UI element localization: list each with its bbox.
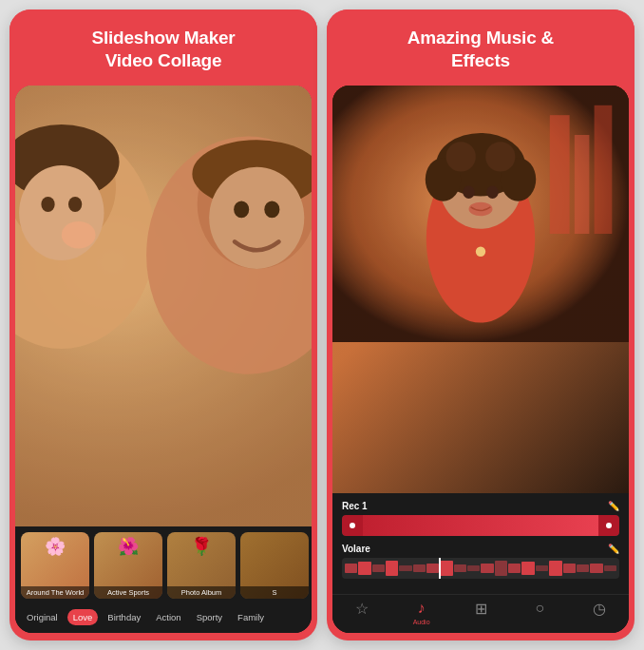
thumbnail-label: S bbox=[240, 586, 309, 599]
filter-tab-love[interactable]: Love bbox=[67, 609, 99, 625]
waveform-line bbox=[508, 564, 521, 574]
audio-icon: ♪ bbox=[418, 600, 426, 617]
filter-tab-original[interactable]: Original bbox=[21, 609, 64, 625]
circle-icon: ○ bbox=[536, 600, 545, 617]
right-phone-screen: Rec 1 ✏️ V bbox=[332, 86, 629, 634]
thumbnail-photo-album[interactable]: 🌹 Photo Album bbox=[167, 532, 236, 599]
thumbnail-label: Active Sports bbox=[94, 586, 162, 599]
dot-left bbox=[350, 523, 355, 528]
audio-track-rec1: Rec 1 ✏️ bbox=[342, 501, 619, 536]
main-photo-area bbox=[15, 86, 312, 527]
track-header-rec1: Rec 1 ✏️ bbox=[342, 501, 619, 511]
waveform-line bbox=[440, 561, 452, 576]
svg-rect-15 bbox=[15, 86, 312, 527]
thumbnail-label: Around The World bbox=[21, 586, 89, 599]
waveform-line bbox=[426, 564, 439, 574]
thumbnail-active-sports[interactable]: 🌺 Active Sports bbox=[94, 532, 162, 599]
filter-tab-action[interactable]: Action bbox=[150, 609, 186, 625]
right-card-header: Amazing Music &Effects bbox=[327, 10, 635, 86]
waveform-line bbox=[590, 564, 602, 574]
nav-item-audio[interactable]: ♪ Audio bbox=[391, 600, 450, 625]
bottom-nav: ☆ ♪ Audio ⊞ ○ ◷ bbox=[332, 594, 629, 633]
waveform-line bbox=[563, 564, 576, 574]
left-phone-screen: 🌸 Around The World 🌺 Active Sports 🌹 Pho… bbox=[15, 86, 312, 634]
thumbnail-extra[interactable]: S bbox=[240, 532, 309, 599]
nav-item-timer[interactable]: ◷ bbox=[570, 600, 629, 625]
waveform-line bbox=[372, 564, 385, 571]
waveform-line bbox=[481, 564, 493, 574]
waveform-line bbox=[454, 564, 466, 571]
track-header-volare: Volare ✏️ bbox=[342, 544, 619, 554]
waveform-line bbox=[413, 564, 426, 571]
waveform-line bbox=[345, 564, 357, 574]
waveform-line bbox=[399, 565, 411, 570]
waveform-line bbox=[386, 561, 398, 576]
app-container: Slideshow MakerVideo Collage bbox=[0, 0, 644, 650]
dot-right bbox=[606, 523, 612, 528]
filter-tabs: Original Love Birthday Action Sporty Fam… bbox=[15, 604, 312, 633]
left-card: Slideshow MakerVideo Collage bbox=[9, 10, 317, 640]
audio-controls: Rec 1 ✏️ V bbox=[332, 493, 629, 594]
waveform-line bbox=[536, 565, 548, 570]
nav-item-star[interactable]: ☆ bbox=[332, 600, 391, 625]
audio-track-volare: Volare ✏️ bbox=[342, 544, 619, 579]
thumbnail-label: Photo Album bbox=[167, 586, 236, 599]
track-bar-rec1[interactable] bbox=[342, 515, 619, 536]
waveform-bar-volare[interactable] bbox=[342, 558, 619, 579]
thumbnail-around-world[interactable]: 🌸 Around The World bbox=[21, 532, 89, 599]
track-name-rec1: Rec 1 bbox=[342, 501, 368, 511]
waveform-line bbox=[467, 565, 480, 570]
svg-rect-32 bbox=[332, 86, 629, 342]
timer-icon: ◷ bbox=[593, 600, 606, 618]
grid-icon: ⊞ bbox=[475, 600, 487, 618]
waveform-line bbox=[577, 564, 589, 571]
nav-label-audio: Audio bbox=[413, 619, 430, 625]
filter-tab-birthday[interactable]: Birthday bbox=[102, 609, 146, 625]
track-name-volare: Volare bbox=[342, 544, 370, 554]
waveform-line bbox=[495, 561, 507, 576]
edit-icon-rec1[interactable]: ✏️ bbox=[608, 501, 619, 511]
right-card: Amazing Music &Effects bbox=[327, 10, 635, 640]
thumbnails-row: 🌸 Around The World 🌺 Active Sports 🌹 Pho… bbox=[15, 526, 312, 604]
star-icon: ☆ bbox=[355, 600, 369, 618]
filter-tab-family[interactable]: Family bbox=[232, 609, 270, 625]
nav-item-circle[interactable]: ○ bbox=[510, 600, 569, 625]
left-card-header: Slideshow MakerVideo Collage bbox=[9, 10, 317, 86]
waveform-line bbox=[549, 561, 561, 576]
edit-icon-volare[interactable]: ✏️ bbox=[608, 544, 619, 554]
waveform-line bbox=[358, 562, 370, 575]
filter-tab-sporty[interactable]: Sporty bbox=[191, 609, 228, 625]
waveform-playhead bbox=[439, 558, 441, 579]
waveform-line bbox=[604, 565, 616, 570]
right-main-photo bbox=[332, 86, 629, 494]
nav-item-grid[interactable]: ⊞ bbox=[451, 600, 510, 625]
waveform-line bbox=[521, 562, 534, 575]
